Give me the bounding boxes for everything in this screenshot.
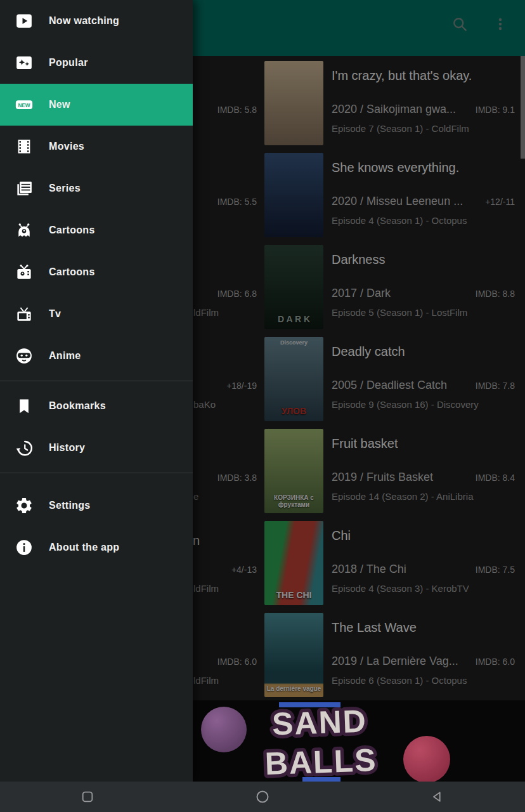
settings-icon [14, 495, 34, 516]
bookmark-icon [14, 396, 34, 416]
app-screen: IMDB: 5.8I'm crazy, but that's okay.2020… [0, 0, 525, 812]
tv-icon [14, 304, 34, 324]
svg-text:NEW: NEW [18, 103, 30, 108]
drawer-item-new[interactable]: NEWNew [0, 84, 193, 126]
new-badge-icon: NEW [14, 95, 34, 115]
cartoon-tv-icon [14, 262, 34, 282]
popular-icon [14, 53, 34, 73]
drawer-section: Now watchingPopularNEWNewMoviesSeriesCar… [0, 0, 193, 377]
info-icon [14, 537, 34, 558]
ad-title-line1: SAND [271, 703, 368, 742]
drawer-item-series[interactable]: Series [0, 167, 193, 209]
anime-icon [14, 346, 34, 366]
drawer-item-label: History [49, 442, 85, 454]
drawer-item-label: Anime [49, 350, 81, 362]
recents-button[interactable] [0, 782, 175, 812]
film-strip-icon [14, 136, 34, 157]
ad-title-line2: BALLS [264, 742, 378, 782]
navigation-drawer: Now watchingPopularNEWNewMoviesSeriesCar… [0, 0, 193, 782]
drawer-item-history[interactable]: History [0, 427, 193, 469]
ad-ball-red [403, 736, 450, 782]
drawer-item-label: Bookmarks [49, 400, 106, 412]
series-icon [14, 178, 34, 199]
drawer-item-label: New [49, 99, 70, 110]
drawer-item-label: Series [49, 183, 81, 194]
drawer-section: BookmarksHistory [0, 385, 193, 469]
system-nav-bar [0, 782, 525, 812]
drawer-item-label: About the app [49, 542, 119, 553]
drawer-item-settings[interactable]: Settings [0, 485, 193, 527]
drawer-item-tv[interactable]: Tv [0, 293, 193, 335]
drawer-item-bookmarks[interactable]: Bookmarks [0, 385, 193, 427]
back-button[interactable] [350, 782, 525, 812]
drawer-item-cartoons[interactable]: Cartoons [0, 209, 193, 251]
drawer-item-label: Popular [49, 57, 88, 69]
drawer-item-popular[interactable]: Popular [0, 42, 193, 84]
drawer-item-cartoons-2[interactable]: Cartoons [0, 251, 193, 293]
drawer-item-label: Cartoons [49, 225, 95, 236]
monster-icon [14, 220, 34, 240]
drawer-item-about-the-app[interactable]: About the app [0, 527, 193, 568]
drawer-divider [0, 473, 193, 473]
drawer-item-anime[interactable]: Anime [0, 335, 193, 377]
drawer-item-label: Now watching [49, 15, 119, 27]
drawer-section: SettingsAbout the app [0, 477, 193, 568]
ad-logo: SAND BALLS [251, 700, 389, 782]
history-icon [14, 438, 34, 458]
drawer-item-label: Tv [49, 308, 61, 320]
drawer-item-label: Settings [49, 500, 91, 511]
drawer-item-label: Cartoons [49, 266, 95, 278]
drawer-item-now-watching[interactable]: Now watching [0, 0, 193, 42]
play-icon [14, 11, 34, 31]
drawer-item-movies[interactable]: Movies [0, 126, 193, 167]
ad-ball-purple [201, 707, 247, 752]
drawer-item-label: Movies [49, 141, 84, 152]
drawer-divider [0, 381, 193, 381]
home-button[interactable] [175, 782, 350, 812]
